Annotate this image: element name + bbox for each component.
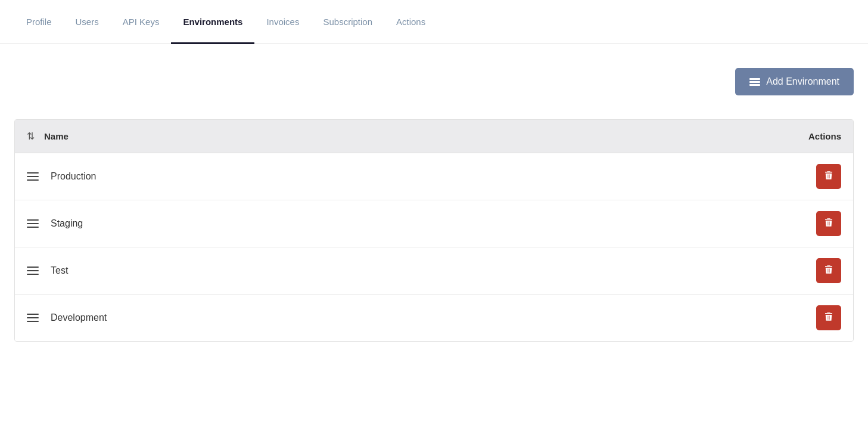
add-environment-label: Add Environment bbox=[766, 76, 839, 87]
nav-item-subscription[interactable]: Subscription bbox=[311, 0, 384, 44]
column-name-header: Name bbox=[44, 131, 794, 141]
trash-icon bbox=[823, 217, 834, 231]
trash-icon bbox=[823, 311, 834, 325]
table-row: Development bbox=[15, 295, 853, 341]
nav-item-profile[interactable]: Profile bbox=[14, 0, 64, 44]
environments-table: ⇅ Name Actions Production bbox=[14, 119, 854, 342]
column-actions-header: Actions bbox=[794, 131, 841, 141]
main-content: Add Environment ⇅ Name Actions Productio… bbox=[0, 44, 868, 356]
delete-environment-button[interactable] bbox=[816, 211, 841, 236]
environment-name: Production bbox=[51, 171, 816, 182]
delete-environment-button[interactable] bbox=[816, 258, 841, 283]
drag-handle-icon[interactable] bbox=[27, 172, 39, 181]
environment-name: Test bbox=[51, 265, 816, 276]
environment-name: Development bbox=[51, 312, 816, 323]
trash-icon bbox=[823, 170, 834, 184]
add-environment-button[interactable]: Add Environment bbox=[735, 68, 854, 95]
nav-item-environments[interactable]: Environments bbox=[171, 0, 254, 44]
drag-handle-icon[interactable] bbox=[27, 267, 39, 275]
nav-item-invoices[interactable]: Invoices bbox=[254, 0, 311, 44]
table-body: Production Staging bbox=[15, 153, 853, 341]
drag-handle-icon[interactable] bbox=[27, 219, 39, 228]
nav-item-api-keys[interactable]: API Keys bbox=[111, 0, 172, 44]
navigation: ProfileUsersAPI KeysEnvironmentsInvoices… bbox=[0, 0, 868, 44]
table-row: Staging bbox=[15, 200, 853, 247]
trash-icon bbox=[823, 264, 834, 278]
nav-item-actions[interactable]: Actions bbox=[384, 0, 437, 44]
table-header: ⇅ Name Actions bbox=[15, 120, 853, 153]
delete-environment-button[interactable] bbox=[816, 164, 841, 189]
sort-icon[interactable]: ⇅ bbox=[27, 131, 35, 142]
delete-environment-button[interactable] bbox=[816, 305, 841, 330]
table-row: Test bbox=[15, 247, 853, 295]
table-row: Production bbox=[15, 153, 853, 200]
environment-name: Staging bbox=[51, 218, 816, 229]
database-icon bbox=[749, 78, 760, 86]
nav-item-users[interactable]: Users bbox=[64, 0, 111, 44]
toolbar: Add Environment bbox=[14, 58, 854, 105]
drag-handle-icon[interactable] bbox=[27, 314, 39, 322]
